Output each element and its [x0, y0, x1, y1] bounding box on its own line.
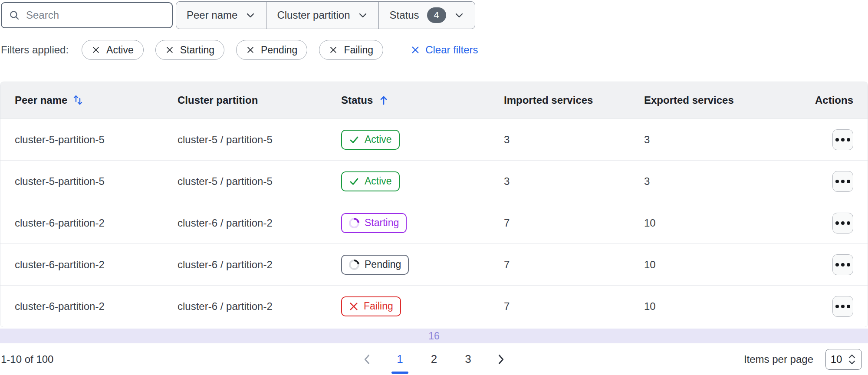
cell-cluster-partition: cluster-5 / partition-5: [178, 134, 341, 146]
column-header-label: Exported services: [644, 94, 734, 106]
cell-cluster-partition: cluster-5 / partition-5: [178, 175, 341, 188]
status-label: Active: [365, 134, 392, 145]
clear-filters-button[interactable]: Clear filters: [411, 44, 478, 56]
dropdown-label: Peer name: [187, 9, 237, 21]
items-per-page: Items per page 10: [744, 349, 862, 370]
column-header-label: Cluster partition: [178, 94, 258, 106]
items-per-page-select[interactable]: 10: [825, 349, 862, 370]
cell-imported-services: 7: [504, 217, 644, 229]
items-per-page-value: 10: [831, 353, 842, 365]
toolbar: Peer name Cluster partition Status 4: [0, 0, 475, 30]
table-row: cluster-6-partition-2 cluster-6 / partit…: [0, 243, 868, 285]
dropdown-peer-name[interactable]: Peer name: [176, 2, 266, 29]
column-header-status[interactable]: Status: [341, 94, 504, 106]
ellipsis-icon: [835, 263, 850, 266]
filter-chip-pending[interactable]: Pending: [236, 40, 307, 60]
cell-exported-services: 10: [644, 259, 811, 271]
search-input[interactable]: [26, 9, 165, 21]
row-indicator-value: 16: [428, 330, 440, 342]
dropdown-cluster-partition[interactable]: Cluster partition: [266, 2, 379, 29]
cell-exported-services: 10: [644, 217, 811, 229]
check-icon: [349, 176, 359, 187]
filter-chip-starting[interactable]: Starting: [155, 40, 224, 60]
column-header-actions: Actions: [811, 94, 853, 106]
row-actions-button[interactable]: [832, 254, 853, 275]
table-row: cluster-5-partition-5 cluster-5 / partit…: [0, 160, 868, 202]
pager: 1 2 3: [0, 350, 868, 368]
row-actions-button[interactable]: [832, 213, 853, 234]
column-header-peer-name[interactable]: Peer name: [15, 94, 178, 106]
cell-exported-services: 3: [644, 134, 811, 146]
items-per-page-label: Items per page: [744, 353, 813, 365]
cell-exported-services: 3: [644, 175, 811, 188]
status-filter-count-badge: 4: [427, 7, 446, 23]
next-page-button[interactable]: [495, 353, 507, 365]
remove-filter-icon[interactable]: [246, 46, 255, 54]
column-header-label: Imported services: [504, 94, 593, 106]
clear-filters-label: Clear filters: [425, 44, 478, 56]
table-row: cluster-6-partition-2 cluster-6 / partit…: [0, 202, 868, 243]
dropdown-label: Cluster partition: [277, 9, 350, 21]
clear-filters-icon: [411, 45, 420, 55]
ellipsis-icon: [835, 180, 850, 183]
chevron-left-icon: [361, 353, 373, 365]
sort-ascending-icon[interactable]: [378, 95, 389, 106]
ellipsis-icon: [835, 305, 850, 308]
filter-chip-label: Pending: [261, 44, 297, 56]
column-header-imported-services: Imported services: [504, 94, 644, 106]
remove-filter-icon[interactable]: [92, 46, 100, 54]
search-box[interactable]: [1, 2, 173, 28]
row-actions-button[interactable]: [832, 296, 853, 317]
cell-imported-services: 7: [504, 300, 644, 312]
chevron-down-icon: [454, 10, 464, 20]
filter-chip-label: Failing: [344, 44, 373, 56]
dropdown-status[interactable]: Status 4: [379, 2, 474, 29]
cell-peer-name: cluster-6-partition-2: [15, 217, 178, 229]
page-button-1[interactable]: 1: [392, 350, 407, 368]
column-header-label: Peer name: [15, 94, 67, 106]
status-badge-pending: Pending: [341, 255, 409, 275]
stepper-up-down-icon: [847, 353, 857, 365]
status-badge-active: Active: [341, 171, 400, 191]
status-badge-starting: Starting: [341, 213, 407, 233]
cell-imported-services: 7: [504, 259, 644, 271]
table-row: cluster-6-partition-2 cluster-6 / partit…: [0, 285, 868, 327]
spinner-icon: [347, 257, 362, 272]
status-badge-failing: Failing: [341, 296, 401, 316]
filter-chip-label: Starting: [180, 44, 214, 56]
filter-chip-failing[interactable]: Failing: [319, 40, 383, 60]
check-icon: [349, 135, 359, 145]
cell-imported-services: 3: [504, 134, 644, 146]
status-label: Active: [365, 175, 392, 187]
ellipsis-icon: [835, 138, 850, 141]
page-button-3[interactable]: 3: [460, 350, 475, 368]
status-label: Pending: [365, 259, 401, 270]
cell-exported-services: 10: [644, 300, 811, 312]
status-label: Failing: [364, 300, 393, 312]
x-mark-icon: [349, 302, 358, 311]
row-actions-button[interactable]: [832, 171, 853, 192]
previous-page-button[interactable]: [361, 353, 373, 365]
filter-chip-active[interactable]: Active: [82, 40, 144, 60]
cell-cluster-partition: cluster-6 / partition-2: [178, 259, 341, 271]
remove-filter-icon[interactable]: [165, 46, 174, 54]
cell-cluster-partition: cluster-6 / partition-2: [178, 300, 341, 312]
column-header-label: Actions: [815, 94, 853, 106]
row-actions-button[interactable]: [832, 129, 853, 150]
page-button-2[interactable]: 2: [427, 350, 441, 368]
table-header-row: Peer name Cluster partition Status Impor…: [0, 82, 868, 118]
cell-imported-services: 3: [504, 175, 644, 188]
cell-peer-name: cluster-5-partition-5: [15, 134, 178, 146]
filter-dropdown-group: Peer name Cluster partition Status 4: [176, 1, 475, 29]
filter-chip-label: Active: [106, 44, 134, 56]
row-indicator-bar: 16: [0, 329, 868, 343]
filters-applied-label: Filters applied:: [1, 44, 69, 56]
remove-filter-icon[interactable]: [329, 46, 338, 54]
column-header-cluster-partition[interactable]: Cluster partition: [178, 94, 341, 106]
chevron-down-icon: [358, 10, 368, 20]
cell-peer-name: cluster-6-partition-2: [15, 259, 178, 271]
chevron-down-icon: [245, 10, 256, 20]
status-label: Starting: [365, 217, 399, 229]
sort-both-icon[interactable]: [72, 95, 84, 106]
cell-peer-name: cluster-5-partition-5: [15, 175, 178, 188]
